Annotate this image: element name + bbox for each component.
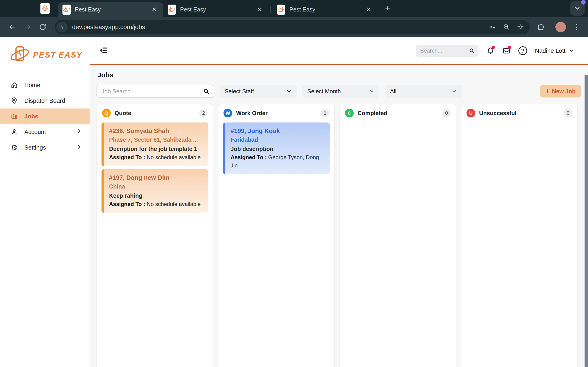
password-key-icon[interactable] (489, 23, 496, 31)
sidebar-item-settings[interactable]: ⚙ Settings (0, 140, 90, 155)
kanban-column-unsuccessful: U Unsuccessful 0 (461, 104, 578, 367)
column-count-badge: 0 (564, 109, 572, 117)
chevron-down-icon (451, 89, 457, 94)
browser-menu-icon[interactable]: ⋮ (571, 23, 582, 31)
user-menu[interactable]: Nadine Lott (535, 47, 574, 54)
search-icon[interactable] (203, 88, 209, 94)
global-search[interactable] (416, 45, 478, 57)
column-title: Work Order (236, 110, 268, 117)
sidebar-item-label: Dispatch Board (24, 97, 65, 104)
app-header: ? Nadine Lott (90, 37, 588, 65)
job-card-location: Faridabad (231, 135, 325, 144)
update-available-dot (581, 0, 586, 5)
job-search[interactable] (96, 85, 214, 98)
help-button[interactable]: ? (519, 46, 527, 55)
pest-easy-favicon-icon (277, 5, 285, 14)
forward-button[interactable] (21, 21, 34, 33)
browser-window: Pest Easy ✕ Pest Easy ✕ Pest Easy ✕ + (0, 0, 588, 367)
job-card-assigned: Assigned To : George Tyson, Dong Jin (231, 153, 325, 170)
assigned-label: Assigned To : (109, 201, 145, 207)
status-filter-dropdown[interactable]: All (385, 85, 462, 98)
bookmark-star-icon[interactable]: ☆ (517, 23, 524, 31)
job-card-197[interactable]: #197, Dong new Dim China Keep rahing Ass… (102, 169, 208, 213)
search-icon[interactable] (469, 48, 475, 54)
job-card-title: #199, Jung Kook (231, 127, 325, 135)
gear-icon: ⚙ (10, 144, 18, 151)
site-settings-button[interactable] (57, 22, 68, 33)
chevron-down-icon (574, 5, 581, 12)
job-card-236[interactable]: #236, Somyata Shah Phase 7, Sector 61, S… (102, 123, 208, 166)
close-tab-icon[interactable]: ✕ (255, 6, 263, 13)
tab-search-button[interactable] (570, 1, 585, 16)
new-tab-button[interactable]: + (382, 2, 394, 14)
global-search-input[interactable] (420, 48, 469, 54)
pest-easy-favicon-icon (63, 5, 70, 14)
url-text[interactable]: dev.pesteasyapp.com/jobs (72, 24, 487, 31)
tab-pest-easy-1[interactable]: Pest Easy ✕ (58, 2, 163, 17)
app-viewport: PEST EASY Home Dispatch Board Jobs Acco (0, 37, 588, 367)
work-order-badge-icon: W (224, 109, 232, 117)
notification-dot (508, 46, 511, 49)
sidebar-item-jobs[interactable]: Jobs (0, 108, 90, 124)
pinned-tab[interactable] (40, 3, 50, 14)
kanban-board: Q Quote 2 #236, Somyata Shah Phase 7, Se… (96, 104, 581, 367)
arrow-right-icon (24, 23, 32, 31)
tab-pest-easy-2[interactable]: Pest Easy ✕ (163, 2, 268, 17)
plus-icon: + (545, 87, 550, 95)
extensions-puzzle-icon[interactable] (537, 23, 545, 31)
brand-logo[interactable]: PEST EASY (0, 37, 90, 71)
reload-button[interactable] (36, 21, 49, 33)
column-title: Completed (358, 110, 387, 117)
new-job-label: New Job (552, 88, 576, 95)
assigned-label: Assigned To : (231, 154, 267, 160)
job-card-location: China (109, 182, 203, 191)
page-scrollbar[interactable] (585, 75, 588, 367)
back-button[interactable] (6, 21, 19, 33)
unsuccessful-badge-icon: U (467, 109, 475, 117)
column-header: W Work Order 1 (218, 104, 334, 121)
column-header: C Completed 0 (340, 104, 456, 121)
user-name: Nadine Lott (535, 47, 565, 54)
sidebar-item-dispatch-board[interactable]: Dispatch Board (0, 93, 90, 108)
quote-badge-icon: Q (102, 109, 111, 117)
scrollbar-thumb[interactable] (585, 75, 588, 367)
sidebar-item-home[interactable]: Home (0, 77, 90, 93)
select-month-value: Select Month (307, 88, 341, 95)
job-card-199[interactable]: #199, Jung Kook Faridabad Job descriptio… (223, 123, 330, 174)
job-card-assigned: Assigned To : No schedule available (109, 153, 203, 161)
job-card-location: Phase 7, Sector 61, Sahibzada ... (109, 135, 203, 144)
briefcase-icon (10, 113, 18, 120)
status-filter-value: All (390, 88, 397, 95)
sidebar-nav: Home Dispatch Board Jobs Account ⚙ (0, 77, 90, 155)
close-tab-icon[interactable]: ✕ (150, 6, 158, 13)
address-bar[interactable]: dev.pesteasyapp.com/jobs ☆ (55, 20, 530, 34)
profile-avatar[interactable] (555, 22, 566, 32)
notifications-button[interactable] (486, 47, 494, 55)
sidebar-item-label: Account (24, 128, 46, 135)
job-card-description: Decription for the job template 1 (109, 144, 203, 153)
kanban-column-quote: Q Quote 2 #236, Somyata Shah Phase 7, Se… (96, 104, 213, 367)
column-title: Unsuccessful (479, 110, 517, 117)
indent-decrease-icon (99, 46, 108, 55)
tab-title: Pest Easy (180, 6, 251, 13)
select-month-dropdown[interactable]: Select Month (302, 85, 380, 98)
tab-title: Pest Easy (75, 6, 146, 13)
pest-easy-logo-icon (9, 44, 31, 65)
pest-easy-favicon-icon (168, 5, 175, 14)
inbox-button[interactable] (502, 47, 510, 55)
close-tab-icon[interactable]: ✕ (365, 6, 372, 13)
tab-favicon (277, 5, 285, 15)
new-job-button[interactable]: + New Job (540, 85, 581, 98)
job-card-description: Job description (231, 144, 325, 153)
brand-name: PEST EASY (33, 50, 82, 59)
zoom-out-icon[interactable] (503, 23, 510, 31)
tab-pest-easy-3[interactable]: Pest Easy ✕ (272, 2, 378, 17)
sidebar-item-label: Settings (24, 144, 46, 151)
column-title: Quote (115, 110, 131, 117)
job-search-input[interactable] (102, 88, 203, 95)
user-icon (10, 128, 18, 135)
collapse-sidebar-button[interactable] (99, 46, 108, 56)
job-card-title: #236, Somyata Shah (109, 127, 203, 135)
sidebar-item-account[interactable]: Account (0, 124, 90, 140)
select-staff-dropdown[interactable]: Select Staff (220, 85, 297, 98)
